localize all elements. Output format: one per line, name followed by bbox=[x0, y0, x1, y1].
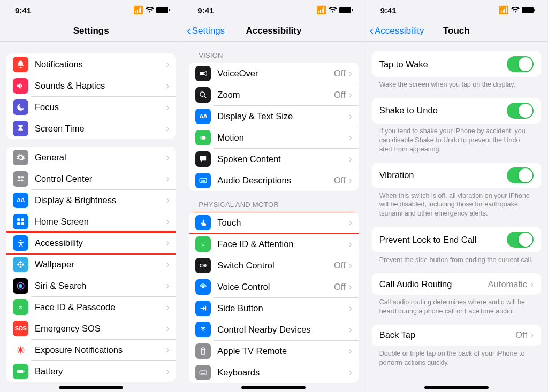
row-face-id-passcode[interactable]: Face ID & Passcode› bbox=[6, 296, 176, 318]
toggle-tap-to-wake[interactable] bbox=[507, 56, 534, 72]
home-indicator[interactable] bbox=[59, 386, 123, 389]
row-notifications[interactable]: Notifications› bbox=[6, 53, 176, 75]
svg-rect-0 bbox=[156, 7, 168, 13]
svg-rect-9 bbox=[21, 222, 24, 225]
row-prevent-lock-to-end-call[interactable]: Prevent Lock to End Call bbox=[372, 227, 541, 252]
siri-icon bbox=[13, 278, 28, 294]
row-label: Battery bbox=[35, 366, 166, 376]
row-label: Motion bbox=[217, 133, 348, 143]
row-display-text-size[interactable]: AADisplay & Text Size› bbox=[189, 105, 358, 127]
svg-point-43 bbox=[204, 264, 206, 266]
signal-icon: 📶 bbox=[316, 5, 326, 15]
svg-point-34 bbox=[200, 91, 205, 96]
row-emergency-sos[interactable]: SOSEmergency SOS› bbox=[6, 318, 176, 339]
settings-group-2: General›Control Center›AADisplay & Brigh… bbox=[6, 147, 176, 382]
home-indicator[interactable] bbox=[241, 386, 306, 389]
row-apple-tv-remote[interactable]: Apple TV Remote› bbox=[189, 340, 358, 362]
chevron-right-icon: › bbox=[166, 195, 169, 206]
row-label: Display & Brightness bbox=[35, 195, 166, 205]
chevron-right-icon: › bbox=[349, 367, 352, 378]
row-general[interactable]: General› bbox=[6, 147, 176, 168]
row-screen-time[interactable]: Screen Time› bbox=[6, 118, 176, 139]
row-touch[interactable]: Touch› bbox=[189, 212, 358, 233]
svg-rect-45 bbox=[205, 306, 206, 311]
section-header-vision: VISION bbox=[182, 42, 364, 63]
chevron-left-icon: ‹ bbox=[370, 25, 374, 37]
row-vibration[interactable]: Vibration bbox=[372, 163, 541, 188]
svg-point-41 bbox=[204, 243, 204, 243]
row-shake-to-undo[interactable]: Shake to Undo bbox=[372, 98, 541, 124]
row-tap-to-wake[interactable]: Tap to Wake bbox=[372, 51, 541, 77]
svg-line-28 bbox=[22, 347, 23, 348]
svg-point-10 bbox=[20, 239, 22, 241]
row-label: Focus bbox=[35, 102, 166, 112]
chevron-right-icon: › bbox=[349, 281, 352, 293]
row-home-screen[interactable]: Home Screen› bbox=[6, 211, 176, 232]
row-face-id-attention[interactable]: Face ID & Attention› bbox=[189, 233, 358, 255]
row-label: Screen Time bbox=[35, 124, 166, 134]
chevron-right-icon: › bbox=[166, 59, 169, 70]
back-button[interactable]: ‹ Settings bbox=[187, 25, 225, 37]
row-voiceover[interactable]: VoiceOverOff› bbox=[189, 63, 358, 84]
svg-point-47 bbox=[202, 349, 204, 350]
chevron-right-icon: › bbox=[166, 237, 169, 249]
chevron-right-icon: › bbox=[166, 302, 169, 313]
toggle-vibration[interactable] bbox=[507, 167, 534, 183]
row-voice-control[interactable]: Voice ControlOff› bbox=[189, 276, 358, 297]
battery-icon bbox=[13, 364, 28, 379]
row-exposure-notifications[interactable]: Exposure Notifications› bbox=[6, 339, 176, 360]
row-sounds-haptics[interactable]: Sounds & Haptics› bbox=[6, 75, 176, 96]
flower-icon bbox=[13, 257, 28, 272]
chevron-right-icon: › bbox=[349, 111, 352, 122]
row-spoken-content[interactable]: Spoken Content› bbox=[189, 148, 358, 170]
virus-icon bbox=[13, 342, 28, 358]
row-wallpaper[interactable]: Wallpaper› bbox=[6, 253, 176, 275]
row-display-brightness[interactable]: AADisplay & Brightness› bbox=[6, 189, 176, 211]
row-side-button[interactable]: Side Button› bbox=[189, 297, 358, 319]
svg-point-18 bbox=[19, 306, 20, 306]
chevron-right-icon: › bbox=[166, 152, 169, 163]
home-indicator[interactable] bbox=[424, 386, 489, 389]
row-label: Exposure Notifications bbox=[35, 345, 166, 355]
svg-point-11 bbox=[20, 264, 21, 265]
svg-point-37 bbox=[200, 135, 203, 139]
nearby-icon bbox=[195, 322, 211, 337]
svg-rect-7 bbox=[21, 218, 24, 221]
svg-rect-3 bbox=[21, 176, 24, 178]
group-tap-to-wake: Tap to Wake bbox=[372, 51, 541, 77]
row-keyboards[interactable]: Keyboards› bbox=[189, 362, 358, 383]
row-control-center[interactable]: Control Center› bbox=[6, 168, 176, 189]
row-label: Siri & Search bbox=[35, 281, 166, 291]
toggle-prevent-lock-to-end-call[interactable] bbox=[507, 232, 534, 248]
row-back-tap[interactable]: Back TapOff› bbox=[372, 325, 541, 346]
zoom-icon bbox=[195, 87, 211, 103]
row-label: Notifications bbox=[35, 59, 166, 70]
row-accessibility[interactable]: Accessibility› bbox=[6, 232, 176, 253]
hourglass-icon bbox=[13, 121, 28, 136]
svg-rect-33 bbox=[200, 71, 204, 75]
row-battery[interactable]: Battery› bbox=[6, 360, 176, 382]
voiceover-icon bbox=[195, 66, 211, 81]
row-motion[interactable]: Motion› bbox=[189, 127, 358, 148]
svg-point-20 bbox=[19, 348, 22, 351]
row-label: Apple TV Remote bbox=[217, 346, 348, 356]
row-zoom[interactable]: ZoomOff› bbox=[189, 84, 358, 105]
row-siri-search[interactable]: Siri & Search› bbox=[6, 275, 176, 296]
toggle-shake-to-undo[interactable] bbox=[507, 103, 534, 119]
row-focus[interactable]: Focus› bbox=[6, 96, 176, 118]
back-button[interactable]: ‹ Accessibility bbox=[370, 25, 424, 37]
row-switch-control[interactable]: Switch ControlOff› bbox=[189, 255, 358, 276]
row-label: Back Tap bbox=[379, 330, 516, 340]
row-audio-descriptions[interactable]: ADAudio DescriptionsOff› bbox=[189, 170, 358, 191]
page-title: Settings bbox=[73, 26, 109, 36]
svg-line-26 bbox=[22, 351, 23, 352]
row-call-audio-routing[interactable]: Call Audio RoutingAutomatic› bbox=[372, 273, 541, 295]
row-control-nearby-devices[interactable]: Control Nearby Devices› bbox=[189, 319, 358, 340]
chevron-right-icon: › bbox=[349, 89, 352, 101]
chevron-right-icon: › bbox=[166, 123, 169, 134]
row-label: Audio Descriptions bbox=[217, 175, 334, 186]
row-label: Keyboards bbox=[217, 367, 348, 378]
keyboard-icon bbox=[195, 365, 211, 380]
page-title: Touch bbox=[443, 26, 470, 36]
row-label: Shake to Undo bbox=[379, 105, 507, 116]
